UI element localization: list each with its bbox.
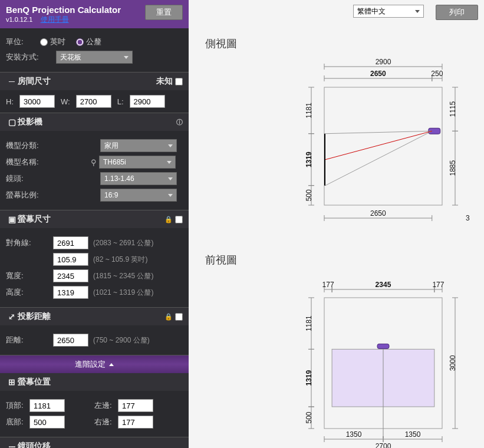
dist-input[interactable] — [53, 334, 88, 347]
unit-inch-radio[interactable] — [40, 38, 48, 46]
bot-label: 底部: — [6, 417, 29, 427]
search-icon[interactable]: ⚲ — [91, 158, 97, 167]
unit-label: 單位: — [6, 37, 24, 47]
app-version: v1.0.12.1 — [6, 16, 32, 23]
svg-text:177: 177 — [322, 281, 334, 289]
scr-h-note: (1021 ~ 1319 公釐) — [93, 288, 153, 298]
screen-heading: 螢幕尺寸 — [18, 214, 164, 225]
room-h-input[interactable] — [19, 95, 55, 108]
projector-icon: ▢ — [6, 117, 18, 127]
chevron-down-icon — [167, 161, 172, 164]
projector-heading: 投影機 — [18, 117, 176, 127]
shift-icon: --- — [6, 442, 18, 448]
app-title: BenQ Projection Calculator — [6, 5, 145, 15]
screen-icon: ▣ — [6, 215, 18, 224]
svg-text:2700: 2700 — [375, 442, 391, 448]
left-input[interactable] — [118, 399, 153, 412]
lens-select[interactable]: 1.13-1.46 — [100, 172, 177, 185]
right-input[interactable] — [118, 416, 153, 429]
install-label: 安裝方式: — [6, 52, 56, 62]
info-icon[interactable]: ⓘ — [176, 118, 183, 127]
svg-text:1115: 1115 — [449, 101, 457, 117]
diag-mm-input[interactable] — [53, 236, 88, 249]
cat-label: 機型分類: — [6, 140, 53, 151]
screen-lock-checkbox[interactable] — [175, 216, 183, 223]
cat-select[interactable]: 家用 — [100, 139, 177, 152]
front-view-diagram: 1772345177118113195003000135013502700 — [205, 274, 478, 448]
shift-section: --- 鏡頭位移 V: -105 % H: 0 % — [0, 437, 189, 448]
unit-mm-radio[interactable] — [76, 38, 84, 46]
projector-section: ▢ 投影機 ⓘ 機型分類: 家用 機型名稱: ⚲ TH685i 鏡頭: 1.13… — [0, 113, 189, 210]
svg-line-5 — [325, 131, 432, 159]
install-select[interactable]: 天花板 — [56, 51, 133, 64]
diag-in-note: (82 ~ 105.9 英吋) — [93, 255, 147, 265]
unit-mm-option[interactable]: 公釐 — [76, 37, 101, 47]
svg-rect-0 — [324, 87, 442, 205]
svg-rect-45 — [377, 344, 389, 348]
svg-text:2650: 2650 — [370, 209, 386, 218]
svg-text:250: 250 — [431, 70, 443, 78]
svg-text:3: 3 — [466, 214, 470, 222]
reset-button[interactable]: 重置 — [145, 5, 183, 20]
bot-input[interactable] — [29, 416, 65, 429]
svg-line-3 — [325, 131, 432, 133]
svg-text:177: 177 — [432, 281, 444, 289]
svg-text:1350: 1350 — [345, 430, 361, 439]
left-label: 左邊: — [94, 400, 118, 411]
chevron-down-icon — [168, 194, 173, 197]
right-label: 右邊: — [94, 417, 118, 427]
dist-note: (750 ~ 2900 公釐) — [93, 335, 150, 345]
unknown-checkbox[interactable] — [175, 78, 183, 85]
scr-w-input[interactable] — [53, 269, 88, 282]
svg-text:2900: 2900 — [375, 58, 391, 66]
room-w-label: W: — [61, 97, 70, 106]
dist-label: 距離: — [6, 335, 53, 345]
svg-text:2650: 2650 — [370, 70, 386, 78]
lock-icon: 🔒 — [164, 216, 173, 223]
svg-text:1319: 1319 — [305, 151, 313, 167]
room-icon: ─ — [6, 77, 18, 86]
throw-lock-checkbox[interactable] — [175, 313, 183, 321]
svg-text:500: 500 — [305, 411, 313, 423]
lens-label: 鏡頭: — [6, 173, 53, 184]
aspect-select[interactable]: 16:9 — [100, 189, 177, 202]
sidebar: BenQ Projection Calculator v1.0.12.1 使用手… — [0, 0, 189, 448]
front-view-title: 前視圖 — [205, 253, 478, 267]
advanced-toggle[interactable]: 進階設定 — [0, 355, 189, 373]
unit-inch-option[interactable]: 英吋 — [40, 37, 65, 47]
room-w-input[interactable] — [76, 95, 111, 108]
app-header: BenQ Projection Calculator v1.0.12.1 使用手… — [0, 0, 189, 28]
svg-text:2345: 2345 — [375, 281, 391, 289]
chevron-down-icon — [168, 144, 173, 147]
room-h-label: H: — [6, 97, 14, 106]
lock-icon: 🔒 — [164, 313, 173, 321]
manual-link[interactable]: 使用手冊 — [41, 15, 69, 24]
scr-h-label: 高度: — [6, 287, 53, 298]
diag-in-input[interactable] — [53, 253, 88, 266]
throw-icon: ⤢ — [6, 312, 18, 321]
diag-mm-note: (2083 ~ 2691 公釐) — [93, 238, 153, 248]
throw-section: ⤢ 投影距離 🔒 距離: (750 ~ 2900 公釐) — [0, 308, 189, 355]
model-select[interactable]: TH685i — [99, 156, 176, 169]
screen-section: ▣ 螢幕尺寸 🔒 對角線: (2083 ~ 2691 公釐) (82 ~ 105… — [0, 210, 189, 308]
basic-section: 單位: 英吋 公釐 安裝方式: 天花板 — [0, 28, 189, 73]
room-section: ─ 房間尺寸 未知 H: W: L: — [0, 73, 189, 113]
room-l-label: L: — [117, 97, 124, 106]
scr-w-note: (1815 ~ 2345 公釐) — [93, 271, 153, 281]
print-button[interactable]: 列印 — [436, 5, 478, 20]
main-pane: 繁體中文 列印 側視圖 2900265025011811319500111518… — [189, 0, 484, 448]
shift-heading: 鏡頭位移 — [18, 441, 183, 448]
unknown-label: 未知 — [156, 76, 173, 87]
position-section: ⊞ 螢幕位置 頂部: 底部: 左邊: 右邊: — [0, 373, 189, 437]
svg-text:3000: 3000 — [449, 355, 457, 371]
scr-h-input[interactable] — [53, 286, 88, 299]
chevron-down-icon — [168, 177, 173, 180]
language-select[interactable]: 繁體中文 — [353, 5, 424, 18]
svg-text:1350: 1350 — [404, 430, 420, 439]
diag-label: 對角線: — [6, 238, 53, 248]
room-l-input[interactable] — [130, 95, 165, 108]
svg-text:500: 500 — [305, 189, 313, 201]
svg-text:1885: 1885 — [449, 160, 457, 176]
side-view-title: 側視圖 — [205, 37, 478, 51]
top-input[interactable] — [29, 399, 65, 412]
